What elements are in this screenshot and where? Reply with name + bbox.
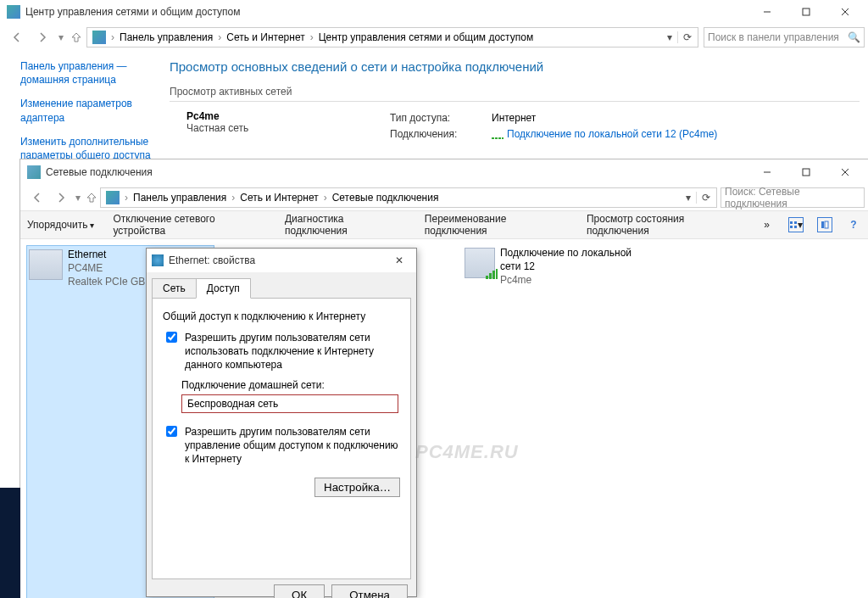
chevron-right-icon: ›	[230, 192, 236, 204]
ok-button[interactable]: ОК	[274, 584, 325, 598]
close-button[interactable]: ✕	[387, 254, 411, 266]
network-connections-icon	[27, 165, 41, 179]
refresh-button[interactable]: ⟳	[677, 31, 696, 43]
help-button[interactable]: ?	[846, 217, 861, 232]
dialog-buttons: ОК Отмена	[147, 584, 416, 598]
svg-rect-12	[821, 221, 824, 228]
address-bar: ▾ › Панель управления › Сеть и Интернет …	[20, 185, 868, 210]
ics-group-label: Общий доступ к подключению к Интернету	[163, 310, 400, 322]
breadcrumb-item[interactable]: Сеть и Интернет	[223, 31, 308, 43]
search-input[interactable]: Поиск в панели управления 🔍	[704, 27, 865, 48]
tab-network[interactable]: Сеть	[152, 278, 197, 299]
sidebar-link-adapter-settings[interactable]: Изменение параметров адаптера	[20, 97, 163, 124]
recent-dropdown[interactable]: ▾	[73, 186, 83, 210]
breadcrumb-item[interactable]: Сеть и Интернет	[236, 192, 321, 204]
forward-button[interactable]	[49, 186, 73, 210]
minimize-button[interactable]	[748, 160, 787, 184]
ethernet-properties-dialog: Ethernet: свойства ✕ Сеть Доступ Общий д…	[146, 248, 417, 597]
breadcrumb-dropdown[interactable]: ▾	[662, 31, 677, 43]
organize-button[interactable]: Упорядочить	[27, 219, 94, 231]
rename-button[interactable]: Переименование подключения	[425, 213, 568, 237]
connection-item-lan12[interactable]: Подключение по локальной сети 12 Pc4me	[465, 246, 651, 598]
allow-sharing-checkbox-row[interactable]: Разрешить другим пользователям сети испо…	[163, 331, 400, 372]
cancel-button[interactable]: Отмена	[331, 584, 408, 598]
tab-sharing[interactable]: Доступ	[196, 278, 251, 299]
back-button[interactable]	[25, 186, 49, 210]
breadcrumb-item[interactable]: Центр управления сетями и общим доступом	[315, 31, 537, 43]
network-connections-icon	[106, 191, 120, 204]
connection-network: Pc4me	[500, 273, 651, 287]
search-input[interactable]: Поиск: Сетевые подключения	[721, 187, 865, 208]
breadcrumb-dropdown[interactable]: ▾	[681, 192, 696, 204]
breadcrumb-item[interactable]: Панель управления	[130, 192, 230, 204]
preview-pane-button[interactable]	[817, 217, 832, 232]
address-bar: ▾ › Панель управления › Сеть и Интернет …	[0, 24, 868, 51]
connection-status-button[interactable]: Просмотр состояния подключения	[587, 213, 745, 237]
svg-rect-9	[794, 221, 797, 224]
toolbar-overflow[interactable]: »	[764, 219, 770, 231]
window-buttons	[748, 0, 865, 24]
allow-sharing-label: Разрешить другим пользователям сети испо…	[185, 331, 400, 372]
close-button[interactable]	[826, 0, 865, 24]
home-network-value: Беспроводная сеть	[187, 398, 278, 410]
sidebar-link-home[interactable]: Панель управления — домашняя страница	[20, 59, 163, 87]
tab-content-sharing: Общий доступ к подключению к Интернету Р…	[152, 298, 411, 579]
chevron-right-icon: ›	[216, 31, 223, 43]
view-options-button[interactable]: ▾	[788, 217, 804, 232]
chevron-right-icon: ›	[322, 192, 329, 204]
refresh-button[interactable]: ⟳	[696, 192, 715, 204]
svg-rect-11	[794, 226, 797, 228]
page-title: Просмотр основных сведений о сети и наст…	[170, 59, 860, 74]
diagnose-button[interactable]: Диагностика подключения	[285, 213, 406, 237]
allow-control-label: Разрешить другим пользователям сети упра…	[185, 425, 400, 467]
breadcrumb-item[interactable]: Панель управления	[116, 31, 216, 43]
up-button[interactable]	[68, 25, 85, 49]
home-network-label: Подключение домашней сети:	[181, 379, 400, 391]
sidebar-link-sharing-settings[interactable]: Изменить дополнительные параметры общего…	[20, 135, 163, 162]
svg-rect-8	[790, 221, 793, 224]
network-name: Pc4me	[186, 110, 390, 122]
svg-rect-5	[803, 169, 810, 176]
allow-control-checkbox-row[interactable]: Разрешить другим пользователям сети упра…	[163, 425, 400, 467]
access-type-value: Интернет	[492, 110, 717, 126]
chevron-right-icon: ›	[109, 31, 116, 43]
search-placeholder: Поиск в панели управления	[708, 31, 839, 43]
adapter-icon	[29, 249, 63, 280]
maximize-button[interactable]	[787, 0, 826, 24]
connection-name: Подключение по локальной сети 12	[500, 246, 651, 273]
network-center-icon	[7, 5, 20, 19]
forward-button[interactable]	[31, 25, 54, 49]
adapter-icon	[152, 254, 164, 266]
titlebar: Центр управления сетями и общим доступом	[0, 0, 868, 24]
titlebar: Сетевые подключения	[20, 159, 868, 185]
svg-rect-10	[790, 226, 793, 228]
allow-control-checkbox[interactable]	[166, 426, 177, 437]
connection-link[interactable]: Подключение по локальной сети 12 (Pc4me)	[507, 128, 717, 140]
connection-network: PC4ME	[68, 261, 152, 275]
svg-rect-13	[825, 221, 828, 228]
connection-device: Realtek PCIe GBE	[68, 275, 152, 288]
up-button[interactable]	[83, 186, 100, 210]
search-icon: 🔍	[848, 31, 860, 43]
window-title: Центр управления сетями и общим доступом	[25, 6, 241, 18]
window-title: Сетевые подключения	[46, 166, 153, 178]
breadcrumb-bar[interactable]: › Панель управления › Сеть и Интернет › …	[86, 27, 698, 48]
home-network-select[interactable]: Беспроводная сеть	[181, 394, 398, 413]
back-button[interactable]	[5, 25, 29, 49]
access-type-label: Тип доступа:	[390, 110, 492, 126]
tab-strip: Сеть Доступ	[147, 272, 416, 298]
signal-icon	[492, 131, 504, 139]
network-center-window: Центр управления сетями и общим доступом…	[0, 0, 868, 159]
breadcrumb-bar[interactable]: › Панель управления › Сеть и Интернет › …	[100, 187, 717, 208]
breadcrumb-item[interactable]: Сетевые подключения	[329, 192, 442, 204]
minimize-button[interactable]	[748, 0, 787, 24]
recent-dropdown[interactable]: ▾	[56, 25, 66, 49]
maximize-button[interactable]	[787, 160, 826, 184]
taskbar-fragment	[0, 488, 20, 598]
disable-device-button[interactable]: Отключение сетевого устройства	[113, 213, 266, 237]
allow-sharing-checkbox[interactable]	[166, 332, 177, 343]
adapter-icon	[465, 248, 495, 278]
close-button[interactable]	[826, 160, 865, 184]
divider	[170, 101, 860, 102]
settings-button[interactable]: Настройка…	[314, 478, 400, 497]
